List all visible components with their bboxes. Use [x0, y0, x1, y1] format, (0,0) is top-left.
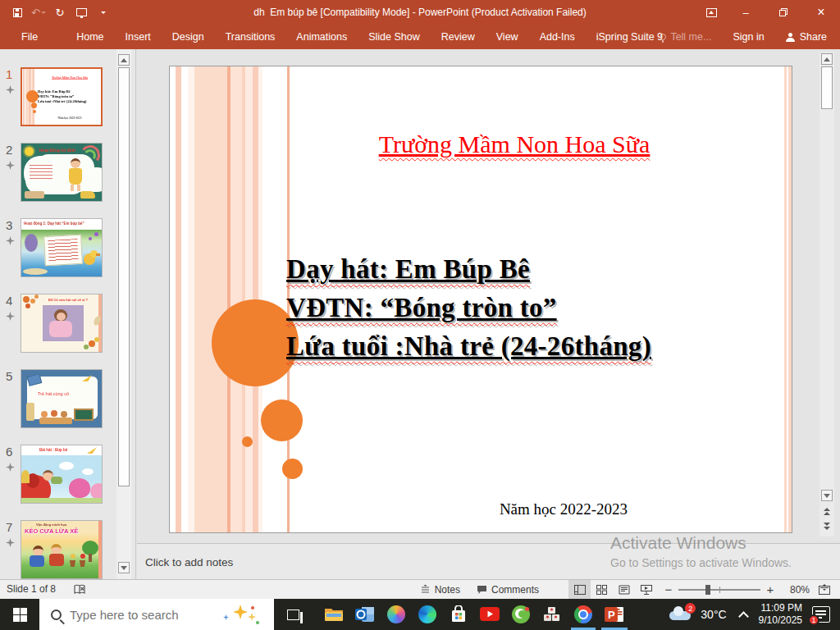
weather-tray-icon[interactable]: 2 — [668, 603, 697, 626]
tab-design[interactable]: Design — [162, 25, 215, 49]
notes-placeholder[interactable]: Click to add notes — [145, 556, 233, 568]
slide-body-line3: Lứa tuổi :Nhà trẻ (24-26tháng) — [286, 327, 651, 366]
slide-scrollbar[interactable] — [819, 52, 834, 536]
slide-scroll-down-icon[interactable] — [821, 490, 833, 501]
tab-file[interactable]: File — [5, 25, 54, 49]
microsoft-store-icon[interactable] — [443, 599, 474, 630]
slide-thumbnail-1[interactable]: Trường Mầm Non Hoa Sữa Dạy hát: Em Búp B… — [21, 67, 103, 126]
spell-check-icon[interactable] — [74, 584, 86, 595]
thumb1-year: Năm học 2022-2023 — [39, 116, 101, 120]
undo-icon[interactable]: ↶ — [28, 3, 49, 21]
slide-school-title[interactable]: Trường Mầm Non Hoa Sữa — [260, 130, 769, 158]
search-input[interactable] — [70, 608, 209, 622]
tell-me-box[interactable]: Tell me... — [650, 31, 721, 43]
task-view-icon[interactable] — [279, 599, 307, 630]
zoom-level[interactable]: 80% — [782, 584, 810, 596]
slide-show-button[interactable] — [635, 580, 657, 599]
edge-icon[interactable] — [412, 599, 443, 630]
slide-scrollbar-thumb[interactable] — [821, 66, 833, 109]
customize-qat-dropdown-icon[interactable] — [92, 3, 113, 21]
file-explorer-icon[interactable] — [318, 599, 349, 630]
tray-expand-chevron-icon[interactable] — [738, 611, 749, 622]
notification-badge: 1 — [808, 614, 819, 626]
thumb4-title: Đố Cô vừa hát nói về ai ? — [48, 298, 102, 302]
animation-star-icon — [6, 236, 15, 245]
normal-view-button[interactable] — [568, 580, 591, 599]
zoom-slider[interactable] — [678, 589, 760, 591]
comments-toggle-button[interactable]: Comments — [468, 580, 547, 599]
minimize-button[interactable]: – — [727, 0, 765, 25]
tab-view[interactable]: View — [486, 25, 529, 49]
slide-body-textbox[interactable]: Dạy hát: Em Búp Bê VĐTN: “Bóng tròn to” … — [286, 250, 651, 366]
weather-badge: 2 — [685, 603, 696, 614]
thumb5-title: Trẻ hát cùng cô — [38, 391, 95, 396]
taskbar-clock[interactable]: 11:09 PM 9/10/2025 — [759, 602, 802, 627]
redo-icon[interactable]: ↻ — [49, 3, 71, 21]
slide-thumbnail-2[interactable]: Hoạt động ổn định — [21, 143, 103, 202]
quick-access-toolbar: ↶ ↻ — [7, 3, 113, 21]
slide-sorter-view-button[interactable] — [591, 580, 613, 599]
lightbulb-icon — [660, 34, 666, 40]
powerpoint-icon[interactable]: P — [599, 599, 630, 630]
slide-thumbnail-7[interactable]: Vận động minh họa KÉO CƯA LỪA XẺ — [21, 520, 103, 579]
thumbnail-scrollbar[interactable] — [116, 49, 131, 579]
zoom-in-icon[interactable]: + — [765, 582, 775, 596]
slide-canvas[interactable]: Trường Mầm Non Hoa Sữa Dạy hát: Em Búp B… — [169, 66, 792, 533]
thumbnail-scrollbar-thumb[interactable] — [118, 67, 130, 486]
tab-add-ins[interactable]: Add-Ins — [529, 25, 586, 49]
copilot-icon[interactable] — [381, 599, 412, 630]
ribbon-display-options-icon[interactable] — [696, 0, 727, 25]
status-bar: Slide 1 of 8 Notes Comments — [0, 579, 840, 599]
thumbnail-scroll-up-icon[interactable] — [118, 54, 130, 66]
restore-button[interactable] — [765, 0, 802, 25]
notes-pane[interactable]: Click to add notes — [137, 543, 840, 579]
previous-slide-icon[interactable] — [823, 507, 831, 516]
tab-insert[interactable]: Insert — [115, 25, 162, 49]
taskbar-search-box[interactable] — [39, 599, 274, 630]
fit-slide-to-window-icon[interactable] — [813, 580, 835, 599]
animation-star-icon — [6, 161, 15, 170]
tab-transitions[interactable]: Transitions — [215, 25, 286, 49]
start-slideshow-icon[interactable] — [71, 3, 92, 21]
temperature-label[interactable]: 30°C — [701, 608, 726, 621]
thumbnail-scroll-down-icon[interactable] — [118, 562, 130, 573]
reading-view-button[interactable] — [613, 580, 635, 599]
slide-year-text[interactable]: Năm học 2022-2023 — [367, 500, 760, 518]
share-button[interactable]: Share — [776, 31, 840, 43]
sign-in-button[interactable]: Sign in — [721, 31, 775, 43]
slide-number: 1 — [6, 67, 12, 81]
slide-indicator: Slide 1 of 8 — [7, 583, 56, 595]
chrome-icon[interactable] — [568, 599, 599, 630]
zoom-slider-handle[interactable] — [705, 585, 710, 595]
clock-date: 9/10/2025 — [759, 614, 802, 627]
slide-thumbnail-6[interactable]: Bài hát : Búp bê — [21, 445, 103, 504]
tab-home[interactable]: Home — [66, 25, 114, 49]
tab-slide-show[interactable]: Slide Show — [358, 25, 431, 49]
tab-review[interactable]: Review — [431, 25, 486, 49]
tab-animations[interactable]: Animations — [285, 25, 358, 49]
system-tray: 2 30°C 11:09 PM 9/10/2025 1 — [668, 599, 840, 630]
thumb1-school-title: Trường Mầm Non Hoa Sữa — [39, 75, 101, 80]
animation-star-icon — [6, 463, 15, 472]
youtube-icon[interactable] — [474, 599, 505, 630]
game-icon[interactable] — [536, 599, 568, 630]
notes-toggle-button[interactable]: Notes — [412, 580, 468, 599]
thumb3-title: Hoạt động 1: Dạy hát “Em búp bê” — [24, 221, 102, 226]
save-icon[interactable] — [7, 3, 28, 21]
orange-circle-small — [282, 459, 303, 479]
next-slide-icon[interactable] — [823, 522, 831, 531]
outlook-icon[interactable] — [349, 599, 381, 630]
slide-thumbnail-3[interactable]: Hoạt động 1: Dạy hát “Em búp bê” — [21, 218, 103, 277]
zoom-out-icon[interactable]: − — [664, 582, 673, 596]
slide-scroll-up-icon[interactable] — [821, 53, 833, 65]
powerpoint-window: ↶ ↻ dh Em búp bê [Compatibility Mode] - … — [0, 0, 840, 630]
slide-thumbnail-4[interactable]: Đố Cô vừa hát nói về ai ? — [21, 294, 103, 353]
animation-star-icon — [6, 85, 15, 94]
thumb2-title: Hoạt động ổn định — [39, 148, 101, 153]
start-button[interactable] — [0, 599, 39, 630]
comments-icon — [477, 585, 487, 595]
close-button[interactable]: × — [802, 0, 840, 25]
slide-thumbnail-5[interactable]: Trẻ hát cùng cô — [21, 369, 103, 428]
notification-center-icon[interactable]: 1 — [812, 606, 830, 623]
coccoc-browser-icon[interactable] — [505, 599, 536, 630]
